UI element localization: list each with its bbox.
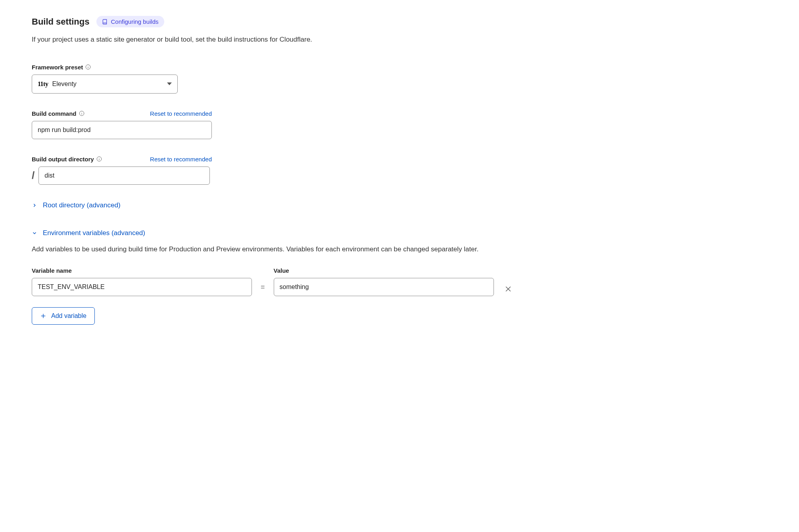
variable-value-label: Value — [274, 267, 494, 274]
build-command-input[interactable] — [32, 121, 212, 139]
path-prefix: / — [32, 169, 35, 182]
info-icon — [85, 64, 91, 70]
svg-point-8 — [99, 158, 99, 158]
chevron-down-icon — [167, 82, 172, 85]
chevron-right-icon — [32, 203, 37, 208]
add-variable-label: Add variable — [51, 312, 86, 320]
env-variables-toggle[interactable]: Environment variables (advanced) — [32, 229, 767, 237]
svg-point-5 — [81, 112, 82, 113]
framework-preset-label: Framework preset — [32, 64, 91, 71]
output-directory-input[interactable] — [38, 166, 210, 185]
reset-build-command-link[interactable]: Reset to recommended — [150, 110, 212, 117]
add-variable-button[interactable]: Add variable — [32, 307, 95, 325]
configuring-builds-link[interactable]: Configuring builds — [96, 16, 164, 27]
close-icon — [504, 285, 512, 293]
variable-name-input[interactable] — [32, 278, 252, 296]
framework-selected-value: Eleventy — [52, 80, 163, 88]
env-description: Add variables to be used during build ti… — [32, 244, 490, 255]
badge-label: Configuring builds — [111, 18, 158, 25]
root-directory-toggle[interactable]: Root directory (advanced) — [32, 201, 767, 209]
build-command-label: Build command — [32, 110, 85, 117]
root-directory-label: Root directory (advanced) — [43, 201, 121, 209]
variable-name-label: Variable name — [32, 267, 252, 274]
info-icon — [79, 111, 85, 116]
eleventy-logo-icon: 11ty — [38, 80, 48, 88]
env-variable-row: Variable name = Value — [32, 267, 767, 296]
book-icon — [102, 19, 108, 25]
svg-point-2 — [88, 66, 88, 66]
remove-variable-button[interactable] — [503, 285, 514, 296]
reset-output-directory-link[interactable]: Reset to recommended — [150, 156, 212, 163]
plus-icon — [40, 313, 46, 319]
variable-value-input[interactable] — [274, 278, 494, 296]
chevron-down-icon — [32, 230, 37, 236]
info-icon — [96, 156, 102, 162]
equals-sign: = — [261, 283, 265, 296]
section-description: If your project uses a static site gener… — [32, 34, 767, 45]
page-title: Build settings — [32, 17, 89, 27]
env-variables-label: Environment variables (advanced) — [43, 229, 145, 237]
framework-preset-select[interactable]: 11ty Eleventy — [32, 75, 178, 94]
output-directory-label: Build output directory — [32, 156, 102, 163]
